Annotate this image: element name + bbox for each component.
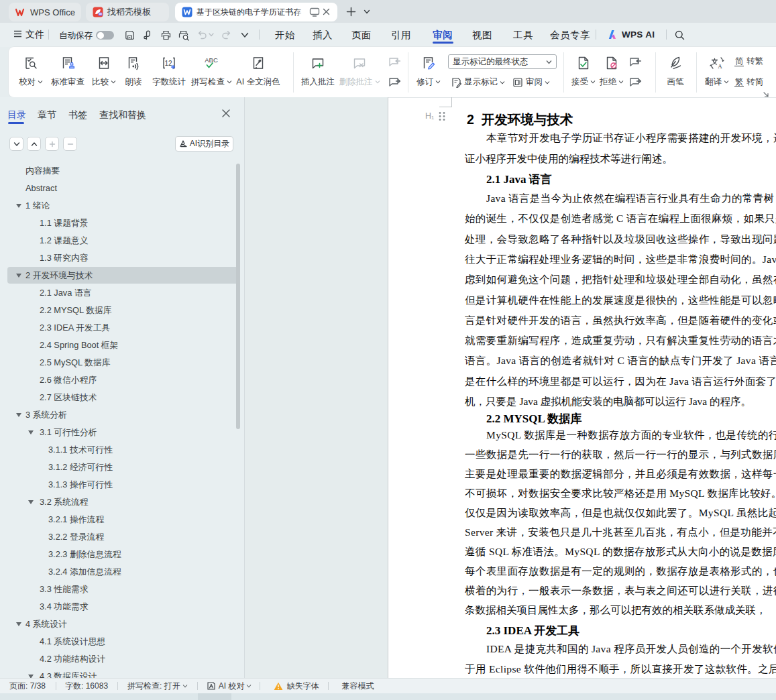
toc-item[interactable]: 4.1 系统设计思想 [0,633,245,650]
toc-item[interactable]: 1 绪论 [0,197,245,215]
sidebar-tab-3[interactable]: 书签 [68,109,87,121]
toc-item[interactable]: 3.2.4 添加信息流程 [0,563,245,581]
spell-check-button[interactable]: ABC 拼写检查 [191,56,231,88]
tab-docer-template[interactable]: AI 找稻壳模板 [86,3,169,21]
sidebar-tab-4[interactable]: 查找和替换 [99,109,146,121]
toc-expander-icon[interactable] [16,413,21,417]
toc-expander-icon[interactable] [16,274,21,278]
toc-item[interactable]: 2.7 区块链技术 [0,389,245,406]
toc-item[interactable]: 3.2.3 删除信息流程 [0,546,245,563]
menu-tab-5[interactable]: 审阅 [433,29,453,42]
file-menu[interactable]: 文件 [25,29,44,41]
menu-tab-2[interactable]: 插入 [313,29,333,42]
reject-button[interactable]: 拒绝 [598,56,626,88]
menu-tab-7[interactable]: 工具 [513,29,533,42]
paragraph-drag-handle-icon[interactable] [438,111,446,121]
tab-window-icon[interactable] [309,7,320,17]
ribbon-corner-expand-icon[interactable] [763,89,769,95]
toc-item[interactable]: 3.2.2 登录流程 [0,528,245,546]
toc-item[interactable]: 2.2 MYSQL 数据库 [0,302,245,319]
previous-change-icon[interactable] [629,57,642,68]
toc-item[interactable]: 3.1 可行性分析 [0,424,245,441]
menu-tab-8[interactable]: 会员专享 [550,29,590,42]
ai-proofread-indicator[interactable]: AI 校对 [207,681,252,692]
accept-button[interactable]: 接受 [569,56,598,88]
toc-item[interactable]: 1.2 课题意义 [0,232,245,249]
read-aloud-button[interactable]: 朗读 [123,56,144,88]
word-count-indicator[interactable]: 字数: 16083 [65,681,108,692]
compare-button[interactable]: 比较 [89,56,119,88]
toc-item[interactable]: 3.1.3 操作可行性 [0,476,245,493]
next-change-icon[interactable] [629,77,642,89]
toc-item[interactable]: 2.4 Spring Boot 框架 [0,337,245,354]
toc-item[interactable]: 1.1 课题背景 [0,215,245,232]
toc-item[interactable]: 2.3 IDEA 开发工具 [0,319,245,337]
markup-state-combobox[interactable]: 显示标记的最终状态 [448,54,557,69]
insert-comment-button[interactable]: 插入批注 [300,56,335,88]
undo-icon[interactable] [197,30,207,40]
menu-tab-6[interactable]: 视图 [472,29,492,42]
undo-chevron-icon[interactable] [209,33,214,37]
sidebar-close-icon[interactable] [221,109,231,118]
redo-icon[interactable] [221,30,231,40]
translate-button[interactable]: A 翻译 [702,56,732,88]
toc-item[interactable]: 3.1.2 经济可行性 [0,459,245,476]
spellcheck-indicator[interactable]: 拼写检查: 打开 [127,681,188,692]
missing-font-warning[interactable]: 缺失字体 [274,681,319,692]
ai-recognize-toc-button[interactable]: AI识别目录 [175,136,233,152]
tab-list-chevron-icon[interactable] [361,3,373,20]
toc-item[interactable]: 3.2 系统流程 [0,493,245,511]
standard-review-button[interactable]: 标准审查 [49,56,87,88]
tab-wps-office[interactable]: WPS Office [9,3,81,21]
toc-item[interactable]: 4 系统设计 [0,616,245,633]
toc-item[interactable]: 3.3 性能需求 [0,581,245,598]
sidebar-scrollbar[interactable] [236,164,240,429]
toc-expander-icon[interactable] [16,622,21,626]
toc-expand-down-button[interactable] [9,137,23,151]
traditional-to-simplified-button[interactable]: 繁 转简 [734,76,763,88]
autosave-toggle[interactable] [96,31,114,40]
sidebar-tab-2[interactable]: 章节 [38,109,56,121]
toc-item[interactable]: 内容摘要 [0,162,245,180]
quickbar-more-chevron-icon[interactable] [241,32,249,38]
toc-item[interactable]: 3.1.1 技术可行性 [0,441,245,459]
toc-item[interactable]: 1.3 研究内容 [0,249,245,267]
menu-tab-1[interactable]: 开始 [275,29,295,42]
export-pdf-icon[interactable] [144,30,154,40]
document-page[interactable]: H₁ 2 开发环境与技术本章节对开发电子学历证书存证小程序需要搭建的开发环境，还… [388,97,776,678]
save-icon[interactable] [125,30,135,40]
toc-item[interactable]: 2 开发环境与技术 [0,267,245,284]
new-tab-button[interactable] [343,3,358,20]
toc-item[interactable]: 3.4 功能需求 [0,598,245,616]
toc-zoom-out-button[interactable] [63,137,77,151]
track-changes-button[interactable]: 修订 [414,56,443,88]
toc-zoom-in-button[interactable] [45,137,59,151]
print-icon[interactable] [161,30,171,40]
tab-document-active[interactable]: 基于区块链的电子学历证书存 [175,3,337,21]
next-comment-icon[interactable] [388,77,401,89]
menu-tab-4[interactable]: 引用 [391,29,411,42]
previous-comment-icon[interactable] [388,57,401,68]
toc-item[interactable]: 4.2 功能结构设计 [0,650,245,668]
toc-item[interactable]: 3 系统分析 [0,406,245,424]
page-indicator[interactable]: 页面: 7/38 [9,681,46,692]
simplified-to-traditional-button[interactable]: 简 转繁 [734,56,763,67]
toc-collapse-up-button[interactable] [27,137,41,151]
toc-item[interactable]: 2.5 MySQL 数据库 [0,354,245,371]
toc-expander-icon[interactable] [28,430,34,434]
wps-ai-menu[interactable]: WPS AI [622,30,655,40]
sidebar-tab-1[interactable]: 目录 [7,109,26,121]
brush-button[interactable]: 画笔 [662,56,689,88]
search-icon[interactable] [675,30,685,40]
print-preview-icon[interactable] [178,30,190,41]
review-button[interactable]: 审阅 [512,76,550,88]
toc-expander-icon[interactable] [28,500,34,504]
toc-expander-icon[interactable] [16,204,21,208]
tab-close-icon[interactable] [323,7,330,17]
toc-item[interactable]: 4.3 数据库设计 [0,668,245,678]
compatibility-mode-indicator[interactable]: 兼容模式 [341,681,374,692]
hamburger-icon[interactable] [13,30,22,38]
proofread-button[interactable]: 校对 [13,56,48,88]
toc-item[interactable]: 2.1 Java 语言 [0,284,245,302]
show-markup-button[interactable]: 显示标记 [451,76,505,88]
